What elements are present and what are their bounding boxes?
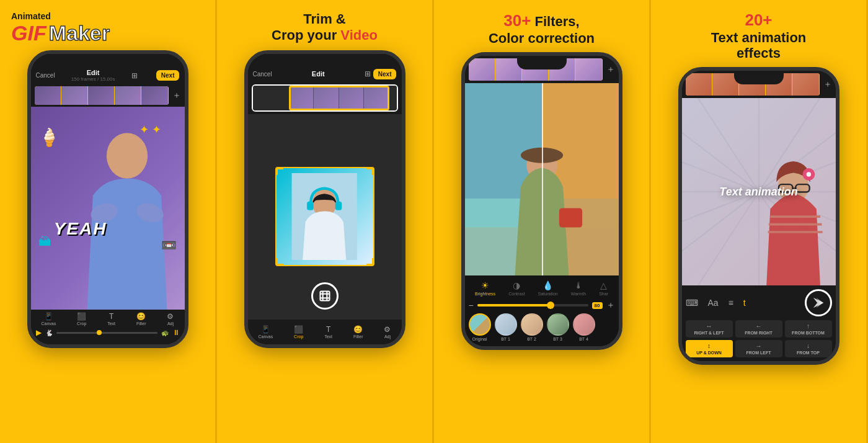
crop-corner-tr[interactable] <box>366 168 374 175</box>
anim-from-bottom[interactable]: ↑ FROM BOTTOM <box>785 320 832 338</box>
s3-frame <box>575 58 602 81</box>
filter-original[interactable]: Original <box>469 313 491 341</box>
right-left-icon: ↔ <box>706 323 712 329</box>
warmth-ctrl[interactable]: 🌡 Warmth <box>571 280 586 296</box>
brightness-slider[interactable] <box>477 304 588 307</box>
split-line <box>542 83 543 275</box>
s2-canvas <box>248 114 402 320</box>
animation-preview-btn[interactable] <box>805 289 832 316</box>
filter-bt4[interactable]: BT 4 <box>573 313 595 341</box>
next-button1[interactable]: Next <box>156 70 180 81</box>
crop-corner-bl[interactable] <box>276 258 283 266</box>
s4-canvas: Text animation <box>682 98 836 285</box>
text-icon2: T <box>326 325 330 334</box>
screen4: ＋ <box>682 71 836 361</box>
crop-corner-br[interactable] <box>366 258 374 266</box>
brightness-ctrl[interactable]: ☀ Brightness <box>475 280 495 296</box>
increase-btn[interactable]: ＋ <box>606 300 615 311</box>
anim-from-right[interactable]: ← FROM RIGHT <box>735 320 782 338</box>
film-frame <box>35 86 61 105</box>
filmstrip-frames1 <box>35 86 169 105</box>
anim-from-top[interactable]: ↓ FROM TOP <box>785 340 832 357</box>
adj-tool[interactable]: ⚙ Adj <box>167 312 174 326</box>
s1-playbar: ▶ 🐇 🐢 ⏸ <box>31 327 185 338</box>
from-left-icon: → <box>756 342 762 349</box>
adj-tool2[interactable]: ⚙ Adj <box>384 325 391 339</box>
grid-icon1[interactable]: ⊞ <box>131 71 138 80</box>
decrease-btn[interactable]: − <box>469 300 474 310</box>
filter-tool[interactable]: 😊 Filter <box>136 312 146 326</box>
rabbit-icon: 🐇 <box>45 329 53 336</box>
anim-up-down[interactable]: ↕ UP & DOWN <box>686 340 733 357</box>
add-frame-button[interactable]: ＋ <box>172 90 181 101</box>
text-tool2[interactable]: T Text <box>324 325 332 339</box>
from-left-label: FROM LEFT <box>746 351 771 355</box>
brightness-value: 80 <box>592 302 603 309</box>
canvas-tool[interactable]: 📱 Canvas <box>41 312 56 326</box>
crop-box[interactable] <box>275 167 374 266</box>
brightness-icon: ☀ <box>481 280 489 290</box>
crop-tool2[interactable]: ⬛ Crop <box>294 325 303 339</box>
saturation-lbl: Saturation <box>538 292 558 296</box>
trim-handles[interactable] <box>289 86 389 110</box>
filter-tool2[interactable]: 😊 Filter <box>353 325 363 339</box>
crop-title: Crop your Video <box>272 27 378 43</box>
contrast-ctrl[interactable]: ◑ Contrast <box>508 280 525 296</box>
saturation-icon: 💧 <box>542 280 553 290</box>
right-left-label: RIGHT & LEFT <box>694 331 724 335</box>
s3-controls: ☀ Brightness ◑ Contrast 💧 Saturation 🌡 W… <box>465 275 619 346</box>
saturation-ctrl[interactable]: 💧 Saturation <box>538 280 558 296</box>
cancel-btn2[interactable]: Cancel <box>253 71 272 78</box>
play-icon[interactable]: ▶ <box>36 328 42 337</box>
s4-top-tools: ⌨ Aa ≡ t <box>686 289 832 316</box>
speed-slider[interactable] <box>56 332 157 334</box>
sharpness-icon: △ <box>600 280 607 290</box>
text-label: Text <box>107 321 115 326</box>
grid-icon2[interactable]: ⊞ <box>365 69 371 78</box>
svg-point-44 <box>806 172 810 176</box>
slider-thumb <box>547 302 554 309</box>
text-icon: T <box>109 312 113 321</box>
film-frame <box>115 86 141 105</box>
s1-filmstrip: ＋ <box>31 84 185 107</box>
next-btn2[interactable]: Next <box>373 69 397 79</box>
filter-bt3[interactable]: BT 3 <box>547 313 569 341</box>
text-tool[interactable]: T Text <box>107 312 115 326</box>
edit-label2: Edit <box>312 70 325 78</box>
filter-bt2[interactable]: BT 2 <box>521 313 543 341</box>
keyboard-icon[interactable]: ⌨ <box>686 298 698 308</box>
crop-action-button[interactable] <box>311 282 339 310</box>
anim-right-left[interactable]: ↔ RIGHT & LEFT <box>686 320 733 338</box>
text-t-icon[interactable]: t <box>743 298 746 308</box>
crop-tool[interactable]: ⬛ Crop <box>77 312 86 326</box>
screen1: Cancel Edit 150 frames / 15.00s ⊞ Next ＋ <box>31 54 185 344</box>
filter-lbl2: Filter <box>353 334 363 339</box>
bt4-label: BT 4 <box>579 337 588 341</box>
add-frame-btn3[interactable]: ＋ <box>606 64 615 75</box>
cancel-button1[interactable]: Cancel <box>36 72 55 79</box>
anim-from-left[interactable]: → FROM LEFT <box>735 340 782 357</box>
video-highlight: Video <box>340 27 378 43</box>
from-top-icon: ↓ <box>807 342 810 349</box>
crop-icon2: ⬛ <box>294 325 303 334</box>
canvas-tool2[interactable]: 📱 Canvas <box>258 325 273 339</box>
phone-screen2: Cancel Edit ⊞ Next <box>244 50 405 348</box>
up-down-icon: ↕ <box>707 342 711 349</box>
text-align-icon[interactable]: ≡ <box>728 298 733 308</box>
font-size-icon[interactable]: Aa <box>708 298 719 308</box>
add-frame-btn4[interactable]: ＋ <box>823 79 832 90</box>
original-label: Original <box>472 337 487 341</box>
filter-title-line2: Color correction <box>489 30 595 46</box>
icecream-sticker: 🍦 <box>38 127 60 148</box>
svg-rect-5 <box>307 202 314 210</box>
filter-bt1[interactable]: BT 1 <box>495 313 517 341</box>
frames-label1: 150 frames / 15.00s <box>71 76 115 82</box>
text-effects-title: effects <box>711 45 807 61</box>
crop-corner-tl[interactable] <box>276 168 283 175</box>
canvas-icon2: 📱 <box>261 325 270 334</box>
animation-grid: ↔ RIGHT & LEFT ← FROM RIGHT ↑ FROM BOTTO… <box>686 320 832 357</box>
sharpness-ctrl[interactable]: △ Shar <box>599 280 608 296</box>
pause-icon[interactable]: ⏸ <box>172 328 180 337</box>
panel1-title: Animated GIF Maker <box>6 11 209 45</box>
adj-lbl2: Adj <box>384 334 391 339</box>
